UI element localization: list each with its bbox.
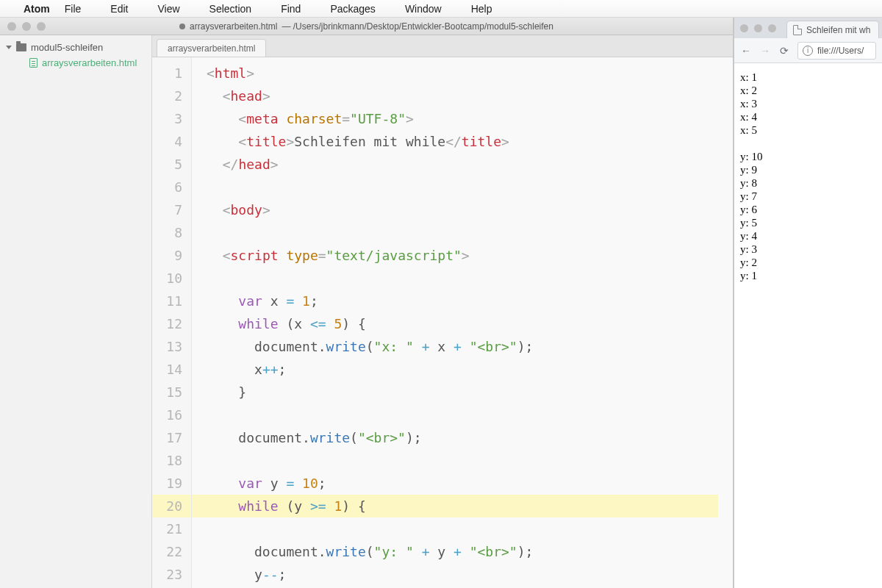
line-number: 12 bbox=[152, 312, 182, 335]
browser-tab[interactable]: Schleifen mit wh bbox=[786, 21, 879, 38]
tab-label: arraysverarbeiten.html bbox=[168, 43, 255, 54]
line-number: 7 bbox=[152, 198, 182, 221]
atom-window: arraysverarbeiten.html — /Users/jbrinkma… bbox=[0, 18, 734, 588]
file-icon bbox=[29, 58, 37, 68]
code-line[interactable]: } bbox=[207, 384, 246, 400]
line-number: 14 bbox=[152, 358, 182, 381]
file-label: arraysverarbeiten.html bbox=[42, 57, 137, 68]
mac-menubar: Atom FileEditViewSelectionFindPackagesWi… bbox=[0, 0, 882, 18]
line-number: 6 bbox=[152, 176, 182, 198]
chevron-down-icon[interactable] bbox=[6, 46, 12, 49]
code-line[interactable]: var x = 1; bbox=[207, 293, 318, 309]
menu-help[interactable]: Help bbox=[471, 3, 492, 15]
menu-view[interactable]: View bbox=[157, 3, 179, 15]
line-number: 1 bbox=[152, 62, 182, 85]
output-line: y: 2 bbox=[740, 256, 876, 269]
output-line: y: 6 bbox=[740, 203, 876, 216]
code-line[interactable]: <html> bbox=[207, 65, 254, 81]
minimize-icon[interactable] bbox=[754, 24, 762, 32]
zoom-icon[interactable] bbox=[768, 24, 776, 32]
chrome-window-controls[interactable] bbox=[734, 24, 782, 32]
page-icon bbox=[793, 25, 802, 35]
code-line[interactable]: x++; bbox=[207, 362, 286, 377]
atom-title-file: arraysverarbeiten.html bbox=[190, 21, 277, 32]
code-line[interactable]: <head> bbox=[207, 88, 270, 104]
folder-icon bbox=[16, 43, 26, 51]
line-number: 11 bbox=[152, 290, 182, 312]
project-tree[interactable]: modul5-schleifen arraysverarbeiten.html bbox=[0, 35, 152, 588]
line-number: 5 bbox=[152, 153, 182, 176]
menu-app-name[interactable]: Atom bbox=[24, 3, 50, 15]
reload-icon[interactable]: ⟳ bbox=[778, 45, 790, 57]
line-number: 18 bbox=[152, 449, 182, 472]
modified-indicator-icon bbox=[179, 24, 185, 29]
code-line[interactable]: <title>Schleifen mit while</title> bbox=[207, 134, 509, 149]
code-line[interactable]: <meta charset="UTF-8"> bbox=[207, 111, 414, 126]
menu-selection[interactable]: Selection bbox=[209, 3, 252, 15]
menu-window[interactable]: Window bbox=[405, 3, 442, 15]
line-number: 17 bbox=[152, 426, 182, 449]
menu-edit[interactable]: Edit bbox=[110, 3, 128, 15]
chrome-tabstrip[interactable]: Schleifen mit wh bbox=[734, 18, 882, 38]
zoom-icon[interactable] bbox=[37, 22, 46, 31]
tab-bar[interactable]: arraysverarbeiten.html bbox=[152, 35, 733, 57]
editor-tab[interactable]: arraysverarbeiten.html bbox=[157, 39, 266, 57]
line-number: 13 bbox=[152, 335, 182, 358]
output-line: y: 4 bbox=[740, 229, 876, 243]
tree-folder-root[interactable]: modul5-schleifen bbox=[0, 40, 151, 55]
output-line: x: 1 bbox=[740, 71, 876, 84]
code-line[interactable]: document.write("x: " + x + "<br>"); bbox=[207, 339, 533, 354]
tree-file[interactable]: arraysverarbeiten.html bbox=[0, 55, 151, 71]
url-text: file:///Users/ bbox=[817, 46, 864, 56]
editor-pane: arraysverarbeiten.html 12345678910111213… bbox=[152, 35, 733, 588]
output-line: x: 3 bbox=[740, 97, 876, 110]
output-line: y: 3 bbox=[740, 243, 876, 256]
browser-tab-title: Schleifen mit wh bbox=[806, 25, 870, 35]
line-number: 16 bbox=[152, 404, 182, 426]
forward-icon[interactable]: → bbox=[759, 45, 771, 57]
output-line: y: 1 bbox=[740, 269, 876, 282]
code-line[interactable]: document.write("<br>"); bbox=[207, 430, 422, 445]
atom-title-path: — /Users/jbrinkmann/Desktop/Entwickler-B… bbox=[282, 21, 553, 32]
line-number: 20 bbox=[152, 495, 191, 517]
code-line[interactable]: </head> bbox=[207, 157, 279, 172]
output-line: x: 2 bbox=[740, 84, 876, 97]
code-content[interactable]: <html> <head> <meta charset="UTF-8"> <ti… bbox=[192, 57, 733, 588]
code-line[interactable]: while (y >= 1) { bbox=[192, 495, 718, 517]
menu-file[interactable]: File bbox=[65, 3, 82, 15]
code-line[interactable]: document.write("y: " + y + "<br>"); bbox=[207, 544, 533, 559]
line-number: 23 bbox=[152, 563, 182, 586]
code-editor[interactable]: 1234567891011121314151617181920212223 <h… bbox=[152, 57, 733, 588]
minimize-icon[interactable] bbox=[22, 22, 31, 31]
output-line: y: 8 bbox=[740, 176, 876, 190]
menu-find[interactable]: Find bbox=[281, 3, 301, 15]
address-bar[interactable]: i file:///Users/ bbox=[797, 42, 876, 60]
site-info-icon[interactable]: i bbox=[803, 46, 813, 56]
line-number: 3 bbox=[152, 107, 182, 130]
close-icon[interactable] bbox=[7, 22, 16, 31]
back-icon[interactable]: ← bbox=[740, 45, 752, 57]
folder-label: modul5-schleifen bbox=[31, 42, 103, 53]
line-number: 19 bbox=[152, 472, 182, 495]
output-line: y: 9 bbox=[740, 163, 876, 176]
output-line: x: 4 bbox=[740, 110, 876, 123]
chrome-toolbar: ← → ⟳ i file:///Users/ bbox=[734, 38, 882, 63]
output-line: y: 10 bbox=[740, 150, 876, 163]
line-number-gutter: 1234567891011121314151617181920212223 bbox=[152, 57, 192, 588]
code-line[interactable]: while (x <= 5) { bbox=[207, 316, 366, 331]
line-number: 21 bbox=[152, 517, 182, 540]
line-number: 15 bbox=[152, 381, 182, 404]
page-content: x: 1x: 2x: 3x: 4x: 5y: 10y: 9y: 8y: 7y: … bbox=[734, 63, 882, 588]
code-line[interactable]: <script type="text/javascript"> bbox=[207, 248, 470, 263]
code-line[interactable]: var y = 10; bbox=[207, 476, 326, 491]
output-line: y: 7 bbox=[740, 190, 876, 203]
code-line[interactable]: y--; bbox=[207, 567, 286, 582]
window-controls[interactable] bbox=[0, 22, 46, 31]
line-number: 22 bbox=[152, 540, 182, 563]
atom-titlebar: arraysverarbeiten.html — /Users/jbrinkma… bbox=[0, 18, 733, 35]
output-line: x: 5 bbox=[740, 123, 876, 137]
close-icon[interactable] bbox=[740, 24, 748, 32]
output-line: y: 5 bbox=[740, 216, 876, 229]
menu-packages[interactable]: Packages bbox=[330, 3, 375, 15]
code-line[interactable]: <body> bbox=[207, 202, 270, 218]
